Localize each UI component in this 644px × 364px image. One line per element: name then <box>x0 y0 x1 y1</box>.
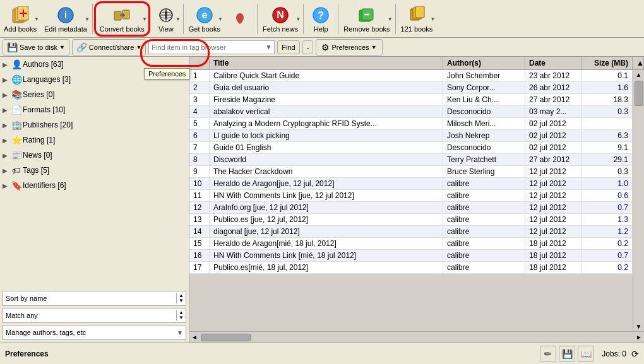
fetch-news-arrow[interactable]: ▼ <box>295 16 301 21</box>
expand-icon[interactable]: ▶ <box>3 76 10 83</box>
row-date: 12 jul 2012 <box>525 202 582 213</box>
col-header-author[interactable]: Author(s) <box>443 57 525 69</box>
book-count-button[interactable]: 121 books ▼ <box>397 1 437 37</box>
preferences-tooltip-text: Preferences <box>148 70 186 78</box>
table-row[interactable]: 3 Fireside Magazine Ken Liu & Ch... 27 a… <box>189 94 633 106</box>
match-select-text: Match any <box>3 312 176 319</box>
row-num: 8 <box>189 154 210 165</box>
table-row[interactable]: 11 HN With Comments Link [jue, 12 jul 20… <box>189 190 633 202</box>
add-books-arrow[interactable]: ▼ <box>34 16 39 21</box>
row-size: 29.1 <box>582 154 633 165</box>
scrollbar-down[interactable]: ▼ <box>635 322 643 331</box>
save-to-disk-arrow[interactable]: ▼ <box>59 44 65 50</box>
row-size: 6.3 <box>582 130 633 141</box>
row-author: calibre <box>443 214 525 225</box>
status-btn-save[interactable]: 💾 <box>559 346 575 362</box>
table-row[interactable]: 8 Discworld Terry Pratchett 27 abr 2012 … <box>189 154 633 166</box>
tag-browser-item[interactable]: ▶ 📚 Series [0] <box>0 87 189 102</box>
table-row[interactable]: 4 abalakov vertical Desconocido 03 may 2… <box>189 106 633 118</box>
find-button[interactable]: Find <box>277 40 299 54</box>
table-row[interactable]: 1 Calibre Quick Start Guide John Schembe… <box>189 70 633 82</box>
expand-icon[interactable]: ▶ <box>3 152 10 159</box>
table-row[interactable]: 9 The Hacker Crackdown Bruce Sterling 12… <box>189 166 633 178</box>
status-btn-edit[interactable]: ✏ <box>540 346 556 362</box>
table-row[interactable]: 17 Publico.es[mié, 18 jul, 2012] calibre… <box>189 262 633 274</box>
right-scrollbar[interactable]: ▲ ▼ <box>633 70 644 331</box>
view-button[interactable]: View ▼ <box>150 1 182 37</box>
preferences-button[interactable]: ⚙ Preferences ▼ <box>316 39 382 56</box>
hscroll-left[interactable]: ◄ <box>189 334 200 341</box>
col-header-title[interactable]: Title <box>210 57 443 69</box>
table-row[interactable]: 7 Guide 01 English Desconocido 02 jul 20… <box>189 142 633 154</box>
preferences-arrow[interactable]: ▼ <box>371 44 377 50</box>
view-arrow[interactable]: ▼ <box>176 16 181 21</box>
tag-search-box[interactable]: ▼ <box>148 40 275 54</box>
manage-select[interactable]: Manage authors, tags, etc ▼ <box>3 325 186 340</box>
tag-browser-item[interactable]: ▶ 🔖 Identifiers [6] <box>0 178 189 193</box>
col-header-size[interactable]: Size (MB) <box>582 57 633 69</box>
tag-browser-item[interactable]: ▶ 🏢 Publishers [20] <box>0 117 189 132</box>
table-row[interactable]: 16 HN With Comments Link [mié, 18 jul 20… <box>189 250 633 262</box>
match-select[interactable]: Match any ▲ ▼ <box>3 308 186 323</box>
sort-spin-down[interactable]: ▼ <box>177 298 186 303</box>
row-date: 27 abr 2012 <box>525 154 582 165</box>
table-row[interactable]: 5 Analyzing a Modern Cryptographic RFID … <box>189 118 633 130</box>
row-size: 1.3 <box>582 214 633 225</box>
expand-icon[interactable]: ▶ <box>3 61 10 68</box>
row-title: The Hacker Crackdown <box>210 166 443 177</box>
connect-share-button[interactable]: 🔗 Connect/share ▼ <box>72 39 146 56</box>
expand-icon[interactable]: ▶ <box>3 107 10 114</box>
table-row[interactable]: 10 Heraldo de Aragon[jue, 12 jul, 2012] … <box>189 178 633 190</box>
get-books-arrow[interactable]: ▼ <box>218 16 223 21</box>
table-row[interactable]: 6 Ll guide to lock picking Josh Nekrep 0… <box>189 130 633 142</box>
match-spin-down[interactable]: ▼ <box>177 315 186 320</box>
table-row[interactable]: 12 AraInfo.org [jue, 12 jul 2012] calibr… <box>189 202 633 214</box>
save-to-disk-button[interactable]: 💾 Save to disk ▼ <box>3 39 69 56</box>
tag-item-label: Rating [1] <box>23 136 55 144</box>
book-count-label: 121 books <box>401 25 433 33</box>
expand-icon[interactable]: ▶ <box>3 167 10 174</box>
minus-button[interactable]: - <box>302 40 314 54</box>
col-header-date[interactable]: Date <box>525 57 582 69</box>
manage-select-arrow[interactable]: ▼ <box>177 329 183 336</box>
add-books-button[interactable]: Add books ▼ <box>0 1 40 37</box>
table-row[interactable]: 15 Heraldo de Aragon[mié, 18 jul, 2012] … <box>189 238 633 250</box>
tag-browser-item[interactable]: ▶ 📰 News [0] <box>0 148 189 163</box>
svg-rect-22 <box>415 6 424 18</box>
hscroll-thumb[interactable] <box>201 334 251 341</box>
table-row[interactable]: 2 Guía del usuario Sony Corpor... 26 abr… <box>189 82 633 94</box>
expand-icon[interactable]: ▶ <box>3 137 10 144</box>
remove-books-label: Remove books <box>343 25 390 33</box>
scrollbar-thumb[interactable] <box>635 81 643 106</box>
remove-books-button[interactable]: Remove books ▼ <box>340 1 393 37</box>
tag-browser-item[interactable]: ▶ ⭐ Rating [1] <box>0 132 189 148</box>
table-row[interactable]: 13 Publico.es [jue, 12 jul, 2012] calibr… <box>189 214 633 226</box>
book-count-arrow[interactable]: ▼ <box>430 16 435 21</box>
tag-browser-item[interactable]: ▶ 🏷 Tags [5] <box>0 163 189 178</box>
convert-books-button[interactable]: Convert books ▼ <box>94 1 150 37</box>
edit-metadata-arrow[interactable]: ▼ <box>85 16 90 21</box>
convert-books-arrow[interactable]: ▼ <box>142 16 147 21</box>
expand-icon[interactable]: ▶ <box>3 182 10 189</box>
tag-browser-item[interactable]: ▶ 📄 Formats [10] <box>0 102 189 117</box>
connect-share-arrow[interactable]: ▼ <box>136 44 141 50</box>
get-books-button[interactable]: e Get books ▼ <box>185 1 224 37</box>
edit-metadata-button[interactable]: i Edit metadata ▼ <box>40 1 91 37</box>
expand-icon[interactable]: ▶ <box>3 122 10 129</box>
search-dropdown-arrow[interactable]: ▼ <box>265 44 271 50</box>
fetch-news-button[interactable]: N Fetch news ▼ <box>259 1 302 37</box>
remove-books-arrow[interactable]: ▼ <box>388 16 393 21</box>
expand-icon[interactable]: ▶ <box>3 91 10 98</box>
row-size: 0.6 <box>582 190 633 201</box>
bottom-scrollbar[interactable]: ◄ ► <box>189 331 644 343</box>
help-button[interactable]: ? Help <box>305 1 337 37</box>
sort-select[interactable]: Sort by name ▲ ▼ <box>3 291 186 306</box>
toolbar-sep-4 <box>303 4 304 34</box>
help-icon: ? <box>311 5 331 25</box>
scrollbar-up[interactable]: ▲ <box>635 70 643 79</box>
table-row[interactable]: 14 diagonal [jue, 12 jul 2012] calibre 1… <box>189 226 633 238</box>
status-btn-book[interactable]: 📖 <box>578 346 594 362</box>
favorites-button[interactable] <box>224 1 256 37</box>
hscroll-right[interactable]: ► <box>634 334 644 341</box>
tag-search-input[interactable] <box>152 44 265 51</box>
